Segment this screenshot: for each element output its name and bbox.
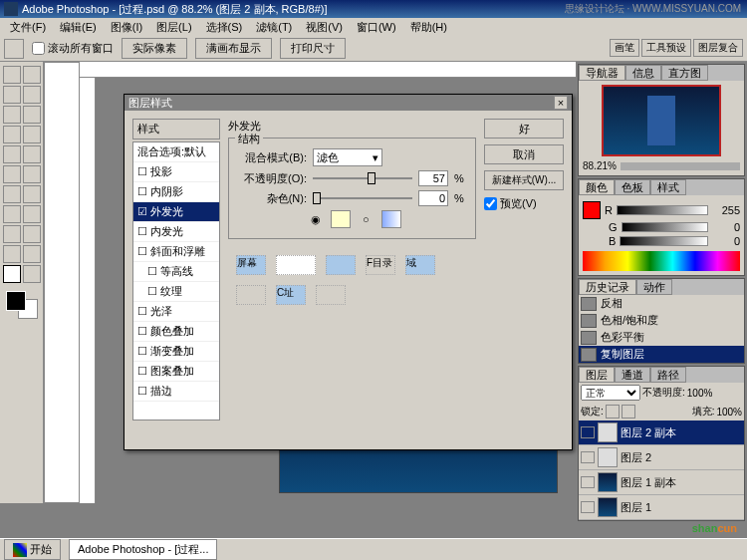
visibility-icon[interactable] xyxy=(581,501,595,513)
style-stroke[interactable]: 描边 xyxy=(133,382,219,402)
noise-slider[interactable] xyxy=(313,197,412,199)
tab-info[interactable]: 信息 xyxy=(625,65,661,81)
stamp-tool[interactable] xyxy=(3,145,21,163)
close-icon[interactable]: × xyxy=(554,96,568,110)
zoom-tool[interactable] xyxy=(23,265,41,283)
scroll-all-windows[interactable]: 滚动所有窗口 xyxy=(32,41,114,56)
tab-tool-presets[interactable]: 工具预设 xyxy=(641,39,691,57)
style-pattern-overlay[interactable]: 图案叠加 xyxy=(133,362,219,382)
history-item[interactable]: 反相 xyxy=(579,295,744,312)
opacity-input[interactable] xyxy=(418,170,448,186)
style-drop-shadow[interactable]: 投影 xyxy=(133,162,219,182)
crop-tool[interactable] xyxy=(3,106,21,124)
menu-help[interactable]: 帮助(H) xyxy=(404,20,453,35)
style-inner-glow[interactable]: 内发光 xyxy=(133,222,219,242)
move-tool[interactable] xyxy=(23,66,41,84)
history-item[interactable]: 色相/饱和度 xyxy=(579,312,744,329)
color-preview[interactable] xyxy=(583,201,601,219)
menu-image[interactable]: 图像(I) xyxy=(105,20,148,35)
style-gradient-overlay[interactable]: 渐变叠加 xyxy=(133,342,219,362)
tab-histogram[interactable]: 直方图 xyxy=(661,65,708,81)
style-bevel[interactable]: 斜面和浮雕 xyxy=(133,242,219,262)
glow-color-chip[interactable] xyxy=(331,210,351,228)
actual-pixels-button[interactable]: 实际像素 xyxy=(122,38,187,59)
shape-tool[interactable] xyxy=(23,225,41,243)
lock-pixels-icon[interactable] xyxy=(622,405,635,419)
heal-tool[interactable] xyxy=(3,126,21,143)
color-swatches[interactable] xyxy=(6,291,38,319)
navigator-thumbnail[interactable] xyxy=(602,85,721,156)
scroll-all-checkbox[interactable] xyxy=(32,42,45,55)
gradient-tool[interactable] xyxy=(23,165,41,183)
visibility-icon[interactable] xyxy=(581,426,595,438)
print-size-button[interactable]: 打印尺寸 xyxy=(280,38,346,59)
glow-gradient-chip[interactable] xyxy=(381,210,401,228)
brush-tool[interactable] xyxy=(23,126,41,143)
new-style-button[interactable]: 新建样式(W)... xyxy=(484,170,564,190)
noise-input[interactable] xyxy=(418,190,448,206)
menu-file[interactable]: 文件(F) xyxy=(4,20,52,35)
menu-view[interactable]: 视图(V) xyxy=(300,20,349,35)
marquee-tool[interactable] xyxy=(3,66,21,84)
tab-swatches[interactable]: 色板 xyxy=(615,179,650,195)
tab-color[interactable]: 颜色 xyxy=(579,179,615,195)
lasso-tool[interactable] xyxy=(3,86,21,104)
layer-row[interactable]: 图层 1 副本 xyxy=(579,470,744,495)
notes-tool[interactable] xyxy=(3,245,21,263)
blend-mode-select[interactable]: 正常 xyxy=(581,385,640,401)
menu-edit[interactable]: 编辑(E) xyxy=(54,20,103,35)
type-tool[interactable] xyxy=(23,205,41,223)
history-item-selected[interactable]: 复制图层 xyxy=(579,346,744,363)
fg-color-swatch[interactable] xyxy=(6,291,26,311)
style-texture[interactable]: ☐ 纹理 xyxy=(133,282,219,302)
eraser-tool[interactable] xyxy=(3,165,21,183)
blend-options-item[interactable]: 混合选项:默认 xyxy=(133,142,219,162)
lock-transparency-icon[interactable] xyxy=(606,405,620,419)
layer-row[interactable]: 图层 2 xyxy=(579,445,744,470)
preview-checkbox[interactable]: 预览(V) xyxy=(484,196,564,211)
b-slider[interactable] xyxy=(620,236,708,246)
eyedropper-tool[interactable] xyxy=(23,245,41,263)
layer-row-selected[interactable]: 图层 2 副本 xyxy=(579,420,744,445)
menu-filter[interactable]: 滤镜(T) xyxy=(250,20,298,35)
r-slider[interactable] xyxy=(617,205,708,215)
tab-paths[interactable]: 路径 xyxy=(650,367,686,383)
history-brush-tool[interactable] xyxy=(23,145,41,163)
menu-select[interactable]: 选择(S) xyxy=(200,20,249,35)
menu-layer[interactable]: 图层(L) xyxy=(150,20,197,35)
cancel-button[interactable]: 取消 xyxy=(484,144,564,164)
ok-button[interactable]: 好 xyxy=(484,119,564,139)
style-contour[interactable]: ☐ 等高线 xyxy=(133,262,219,282)
style-outer-glow[interactable]: ☑ 外发光 xyxy=(133,202,219,222)
tab-layers[interactable]: 图层 xyxy=(579,367,615,383)
tab-layer-comps[interactable]: 图层复合 xyxy=(693,39,743,57)
tab-actions[interactable]: 动作 xyxy=(636,279,672,295)
slice-tool[interactable] xyxy=(23,106,41,124)
dialog-titlebar[interactable]: 图层样式 × xyxy=(124,95,572,111)
taskbar-app-button[interactable]: Adobe Photoshop - [过程... xyxy=(69,539,217,560)
wand-tool[interactable] xyxy=(23,86,41,104)
path-tool[interactable] xyxy=(3,205,21,223)
tab-history[interactable]: 历史记录 xyxy=(579,279,636,295)
style-inner-shadow[interactable]: 内阴影 xyxy=(133,182,219,202)
tab-styles[interactable]: 样式 xyxy=(650,179,686,195)
pen-tool[interactable] xyxy=(3,225,21,243)
blur-tool[interactable] xyxy=(3,185,21,203)
hand-tool-icon[interactable] xyxy=(4,39,24,59)
tab-brush[interactable]: 画笔 xyxy=(610,39,639,57)
color-spectrum[interactable] xyxy=(583,251,740,271)
style-satin[interactable]: 光泽 xyxy=(133,302,219,322)
tab-navigator[interactable]: 导航器 xyxy=(579,65,625,81)
menu-window[interactable]: 窗口(W) xyxy=(351,20,402,35)
styles-header[interactable]: 样式 xyxy=(132,119,220,140)
zoom-slider[interactable] xyxy=(621,162,740,170)
blend-mode-select[interactable]: 滤色▾ xyxy=(313,148,382,166)
opacity-slider[interactable] xyxy=(313,177,412,179)
dodge-tool[interactable] xyxy=(23,185,41,203)
tab-channels[interactable]: 通道 xyxy=(615,367,650,383)
start-button[interactable]: 开始 xyxy=(4,539,61,560)
visibility-icon[interactable] xyxy=(581,451,595,463)
fit-screen-button[interactable]: 满画布显示 xyxy=(195,38,272,59)
visibility-icon[interactable] xyxy=(581,476,595,488)
hand-tool[interactable] xyxy=(3,265,21,283)
